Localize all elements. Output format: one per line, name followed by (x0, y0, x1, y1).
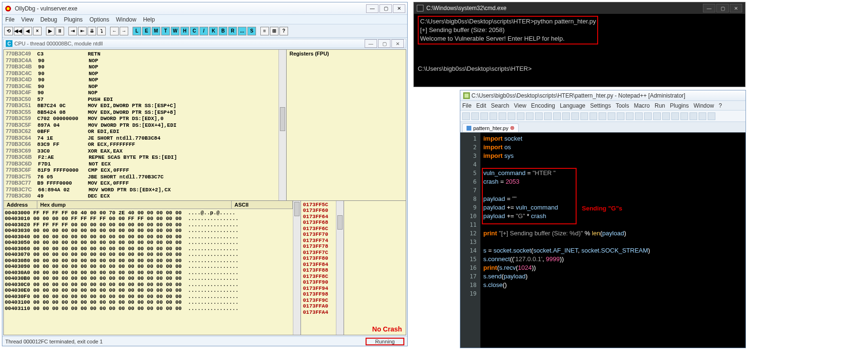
npp-editor[interactable]: 12345678910111213141516171819 import soc… (460, 132, 746, 348)
toolbar-btn-28[interactable]: S (247, 27, 256, 35)
npp-toolbtn-6[interactable] (517, 112, 524, 120)
toolbar-btn-0[interactable]: ⟲ (4, 27, 13, 35)
olly-titlebar[interactable]: OllyDbg - vulnserver.exe — ▢ ✕ (2, 2, 407, 15)
npp-toolbtn-15[interactable] (599, 112, 606, 120)
npp-menu-settings[interactable]: Settings (590, 102, 611, 109)
tab-pattern-hter[interactable]: pattern_hter.py ⊗ (462, 123, 519, 132)
npp-toolbtn-8[interactable] (535, 112, 543, 120)
npp-toolbtn-19[interactable] (635, 112, 643, 120)
code-area[interactable]: import socket import os import sys vuln_… (480, 132, 746, 348)
npp-menu-tools[interactable]: Tools (616, 102, 629, 109)
toolbar-btn-16[interactable]: L (133, 27, 141, 35)
cmd-close-button[interactable]: ✕ (730, 4, 742, 12)
maximize-button[interactable]: ▢ (379, 4, 392, 13)
npp-toolbtn-2[interactable] (480, 112, 488, 120)
toolbar-btn-14[interactable]: → (120, 27, 128, 35)
disassembly-panel[interactable]: 770B3C49 C3 RETN 770B3C4A 90 NOP 770B3C4… (4, 50, 278, 200)
npp-toolbtn-27[interactable] (708, 112, 715, 120)
toolbar-btn-8[interactable]: ⇥ (68, 27, 77, 35)
registers-panel[interactable]: Registers (FPU) (286, 50, 406, 200)
stack-scrollbar[interactable] (336, 201, 344, 335)
npp-menu-edit[interactable]: Edit (476, 102, 486, 109)
cmd-output[interactable]: C:\Users\bigb0ss\Desktop\scripts\HTER>py… (414, 14, 745, 87)
cpu-window-titlebar[interactable]: C CPU - thread 000008BC, module ntdll — … (3, 39, 406, 48)
toolbar-btn-6[interactable]: ⏸ (56, 27, 64, 35)
toolbar-btn-21[interactable]: H (180, 27, 189, 35)
npp-toolbtn-14[interactable] (590, 112, 597, 120)
menu-debug[interactable]: Debug (40, 16, 57, 23)
npp-toolbtn-0[interactable] (462, 112, 470, 120)
npp-toolbtn-9[interactable] (544, 112, 552, 120)
npp-toolbtn-3[interactable] (490, 112, 497, 120)
toolbar-btn-19[interactable]: T (161, 27, 170, 35)
npp-menu-run[interactable]: Run (655, 102, 665, 109)
toolbar-btn-20[interactable]: W (171, 27, 179, 35)
npp-toolbtn-5[interactable] (508, 112, 515, 120)
menu-view[interactable]: View (21, 16, 33, 23)
npp-menu-view[interactable]: View (514, 102, 526, 109)
hex-dump-panel[interactable]: Address Hex dump ASCII 00403000 FF FF FF… (4, 201, 293, 335)
toolbar-btn-26[interactable]: R (228, 27, 237, 35)
menu-plugins[interactable]: Plugins (64, 16, 83, 23)
menu-window[interactable]: Window (116, 16, 136, 23)
toolbar-btn-31[interactable]: ⊞ (270, 27, 278, 35)
toolbar-btn-32[interactable]: ? (279, 27, 288, 35)
npp-toolbtn-4[interactable] (499, 112, 506, 120)
toolbar-btn-3[interactable]: × (33, 27, 42, 35)
toolbar-btn-10[interactable]: ⇊ (88, 27, 96, 35)
npp-menu-help[interactable]: ? (719, 102, 722, 109)
npp-toolbtn-20[interactable] (644, 112, 652, 120)
tab-close-icon[interactable]: ⊗ (510, 125, 514, 131)
toolbar-btn-18[interactable]: M (152, 27, 160, 35)
npp-toolbtn-11[interactable] (562, 112, 570, 120)
npp-toolbtn-7[interactable] (526, 112, 534, 120)
npp-menu-search[interactable]: Search (491, 102, 509, 109)
toolbar-btn-17[interactable]: E (142, 27, 151, 35)
cmd-maximize-button[interactable]: ▢ (716, 4, 729, 12)
toolbar-btn-30[interactable]: ≡ (260, 27, 269, 35)
npp-toolbtn-21[interactable] (653, 112, 661, 120)
npp-menu-macro[interactable]: Macro (634, 102, 650, 109)
dump-scrollbar[interactable] (293, 201, 300, 335)
toolbar-btn-23[interactable]: / (200, 27, 208, 35)
npp-toolbtn-24[interactable] (680, 112, 688, 120)
npp-menu-file[interactable]: File (462, 102, 471, 109)
toolbar-btn-13[interactable]: ← (110, 27, 119, 35)
toolbar-btn-27[interactable]: ... (238, 27, 246, 35)
npp-toolbtn-10[interactable] (553, 112, 561, 120)
npp-toolbtn-17[interactable] (617, 112, 624, 120)
close-button[interactable]: ✕ (393, 4, 405, 13)
npp-toolbtn-22[interactable] (662, 112, 670, 120)
npp-menu-language[interactable]: Language (560, 102, 585, 109)
toolbar-btn-22[interactable]: C (190, 27, 199, 35)
npp-menu-window[interactable]: Window (693, 102, 714, 109)
cpu-minimize-button[interactable]: — (365, 39, 377, 48)
npp-toolbtn-25[interactable] (690, 112, 697, 120)
npp-titlebar[interactable]: C:\Users\bigb0ss\Desktop\scripts\HTER\pa… (460, 90, 746, 101)
toolbar-btn-5[interactable]: ▶ (46, 27, 55, 35)
menu-options[interactable]: Options (89, 16, 109, 23)
toolbar-btn-25[interactable]: B (219, 27, 227, 35)
npp-toolbtn-1[interactable] (471, 112, 479, 120)
cmd-minimize-button[interactable]: — (703, 4, 715, 12)
toolbar-btn-2[interactable]: ◀ (23, 27, 32, 35)
disasm-scrollbar[interactable] (278, 50, 286, 200)
npp-toolbtn-23[interactable] (671, 112, 679, 120)
menu-file[interactable]: File (5, 16, 14, 23)
npp-menu-plugins[interactable]: Plugins (670, 102, 689, 109)
cmd-titlebar[interactable]: C:\Windows\system32\cmd.exe — ▢ ✕ (414, 2, 745, 14)
npp-toolbtn-26[interactable] (699, 112, 706, 120)
toolbar-btn-9[interactable]: ⇤ (78, 27, 87, 35)
stack-panel[interactable]: 0173FF5C 0173FF60 0173FF64 0173FF68 0173… (300, 201, 336, 335)
cpu-maximize-button[interactable]: ▢ (378, 39, 390, 48)
menu-help[interactable]: Help (143, 16, 155, 23)
npp-toolbtn-16[interactable] (608, 112, 615, 120)
toolbar-btn-24[interactable]: K (209, 27, 218, 35)
npp-toolbtn-18[interactable] (626, 112, 634, 120)
npp-toolbtn-12[interactable] (571, 112, 579, 120)
npp-toolbtn-13[interactable] (580, 112, 588, 120)
npp-menu-encoding[interactable]: Encoding (531, 102, 555, 109)
empty-stack-data[interactable]: No Crash (344, 201, 406, 335)
toolbar-btn-11[interactable]: ⤵ (97, 27, 106, 35)
cpu-close-button[interactable]: ✕ (391, 39, 404, 48)
